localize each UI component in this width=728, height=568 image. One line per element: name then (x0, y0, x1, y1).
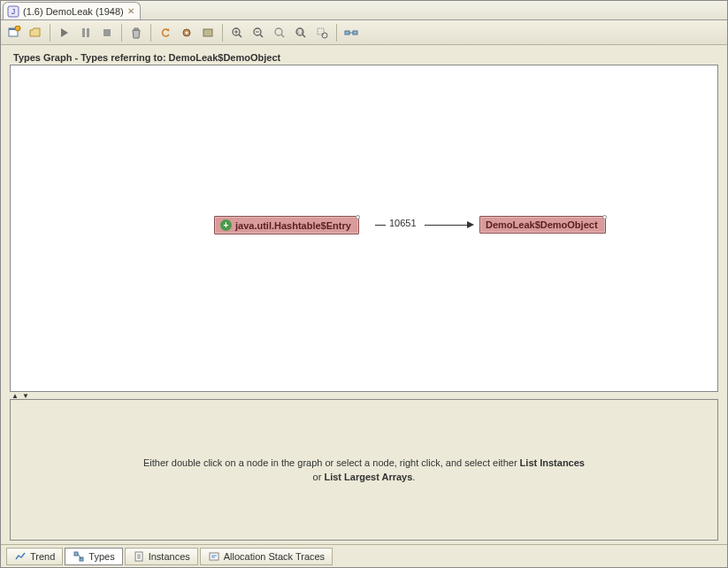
svg-point-19 (275, 28, 282, 35)
svg-rect-26 (345, 31, 349, 35)
hint-bold-2: List Largest Arrays (324, 472, 412, 482)
tab-trend[interactable]: Trend (6, 548, 63, 565)
svg-line-13 (239, 35, 241, 37)
tab-label: Types (88, 551, 114, 562)
layout-icon[interactable] (341, 23, 361, 42)
svg-rect-8 (134, 28, 138, 30)
java-tab-icon: J (7, 5, 19, 18)
svg-rect-36 (210, 553, 218, 560)
pause-icon[interactable] (76, 23, 96, 42)
toolbar-separator (150, 24, 151, 42)
toolbar: 1:1 (1, 20, 727, 45)
refresh-icon[interactable] (156, 23, 175, 42)
new-window-icon[interactable] (4, 23, 24, 42)
stop-icon[interactable] (97, 23, 117, 42)
svg-line-17 (260, 35, 263, 37)
hint-text: or (313, 472, 325, 482)
svg-rect-11 (203, 29, 212, 36)
svg-text:J: J (11, 7, 16, 16)
node-handle-icon (356, 215, 360, 219)
filter-icon[interactable] (198, 23, 218, 42)
editor-tab[interactable]: J (1.6) DemoLeak (1948) ✕ (3, 2, 141, 19)
hint-text: Either double click on a node in the gra… (143, 457, 520, 468)
trash-icon[interactable] (126, 23, 146, 42)
svg-rect-29 (74, 552, 78, 556)
close-icon[interactable]: ✕ (127, 6, 134, 16)
stack-trace-icon (208, 550, 220, 563)
svg-rect-5 (82, 28, 85, 37)
zoom-reset-icon[interactable]: 1:1 (291, 23, 310, 42)
node-handle-icon (602, 215, 607, 219)
panel-title: Types Graph - Types referring to: DemoLe… (10, 52, 718, 63)
play-icon[interactable] (55, 23, 74, 42)
graph-edge (375, 225, 386, 226)
content-area: Types Graph - Types referring to: DemoLe… (1, 45, 727, 544)
svg-point-4 (15, 26, 20, 31)
zoom-selection-icon[interactable] (312, 23, 332, 42)
svg-text:1:1: 1:1 (297, 29, 303, 35)
toolbar-separator (222, 24, 223, 42)
toolbar-separator (50, 24, 50, 42)
svg-point-10 (186, 31, 188, 34)
zoom-fit-icon[interactable] (270, 23, 289, 42)
open-folder-icon[interactable] (26, 23, 45, 42)
zoom-out-icon[interactable] (249, 23, 268, 42)
svg-point-25 (322, 33, 327, 38)
graph-edge (425, 225, 467, 226)
svg-rect-27 (353, 31, 357, 35)
svg-rect-6 (87, 28, 89, 37)
zoom-in-icon[interactable] (227, 23, 247, 42)
tab-label: Allocation Stack Traces (224, 551, 325, 562)
editor-tab-row: J (1.6) DemoLeak (1948) ✕ (1, 1, 727, 20)
toolbar-separator (336, 24, 337, 42)
hint-text: . (412, 472, 415, 482)
bottom-tabs: Trend Types Instances Allocation Stack T… (1, 544, 727, 567)
graph-node-target[interactable]: DemoLeak$DemoObject (479, 216, 606, 234)
trend-chart-icon (14, 550, 27, 563)
graph-edge-label: 10651 (389, 218, 417, 228)
expand-icon[interactable]: + (220, 219, 232, 231)
tab-label: Trend (30, 551, 55, 562)
tab-types[interactable]: Types (65, 548, 122, 565)
tab-instances[interactable]: Instances (125, 548, 198, 565)
svg-rect-7 (103, 29, 111, 36)
arrow-right-icon (467, 221, 474, 228)
panel-splitter[interactable]: ▲ ▼ (10, 392, 718, 399)
graph-node-source[interactable]: + java.util.Hashtable$Entry (214, 216, 359, 234)
svg-line-20 (281, 35, 284, 37)
graph-node-label: java.util.Hashtable$Entry (235, 220, 351, 231)
hint-bold-1: List Instances (520, 457, 585, 468)
types-graph-panel[interactable]: + java.util.Hashtable$Entry 10651 DemoLe… (10, 65, 718, 392)
gear-icon[interactable] (177, 23, 196, 42)
tab-label: Instances (149, 551, 190, 562)
tab-allocation-stack-traces[interactable]: Allocation Stack Traces (200, 548, 333, 565)
toolbar-separator (121, 24, 122, 42)
hint-panel: Either double click on a node in the gra… (10, 399, 718, 541)
types-icon (73, 550, 85, 563)
instances-icon (133, 550, 145, 563)
graph-node-label: DemoLeak$DemoObject (486, 219, 598, 230)
editor-tab-title: (1.6) DemoLeak (1948) (23, 6, 124, 17)
svg-line-22 (303, 35, 305, 37)
